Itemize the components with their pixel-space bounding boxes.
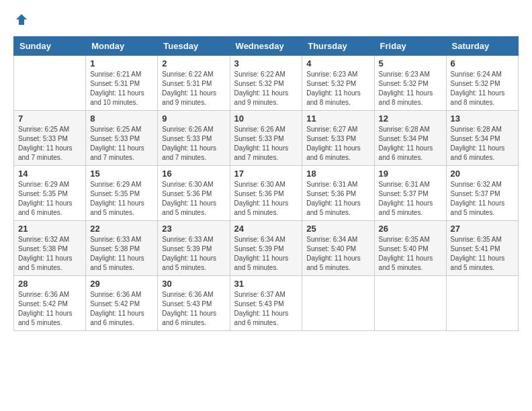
calendar-cell: 1Sunrise: 6:21 AM Sunset: 5:31 PM Daylig… (86, 56, 158, 111)
day-info: Sunrise: 6:26 AM Sunset: 5:33 PM Dayligh… (162, 125, 225, 163)
calendar-cell: 28Sunrise: 6:36 AM Sunset: 5:42 PM Dayli… (14, 276, 86, 331)
day-info: Sunrise: 6:29 AM Sunset: 5:35 PM Dayligh… (18, 180, 81, 218)
day-number: 7 (18, 113, 81, 124)
day-info: Sunrise: 6:36 AM Sunset: 5:42 PM Dayligh… (18, 290, 81, 328)
calendar-cell: 4Sunrise: 6:23 AM Sunset: 5:32 PM Daylig… (302, 56, 374, 111)
day-info: Sunrise: 6:35 AM Sunset: 5:41 PM Dayligh… (451, 235, 514, 273)
calendar-cell: 30Sunrise: 6:36 AM Sunset: 5:43 PM Dayli… (158, 276, 230, 331)
day-info: Sunrise: 6:34 AM Sunset: 5:40 PM Dayligh… (306, 235, 369, 273)
logo (13, 13, 28, 30)
day-number: 23 (162, 224, 225, 234)
calendar-cell: 29Sunrise: 6:36 AM Sunset: 5:42 PM Dayli… (86, 276, 158, 331)
calendar-cell: 14Sunrise: 6:29 AM Sunset: 5:35 PM Dayli… (14, 166, 86, 221)
weekday-header-wednesday: Wednesday (230, 37, 302, 56)
day-number: 30 (162, 279, 225, 289)
calendar-cell: 12Sunrise: 6:28 AM Sunset: 5:34 PM Dayli… (374, 111, 446, 166)
weekday-header-friday: Friday (374, 37, 446, 56)
calendar-cell: 20Sunrise: 6:32 AM Sunset: 5:37 PM Dayli… (446, 166, 518, 221)
day-number: 31 (234, 279, 298, 289)
day-info: Sunrise: 6:22 AM Sunset: 5:32 PM Dayligh… (234, 70, 298, 107)
weekday-header-sunday: Sunday (14, 37, 86, 56)
calendar-cell: 21Sunrise: 6:32 AM Sunset: 5:38 PM Dayli… (14, 221, 86, 276)
calendar-cell: 9Sunrise: 6:26 AM Sunset: 5:33 PM Daylig… (158, 111, 230, 166)
day-info: Sunrise: 6:36 AM Sunset: 5:42 PM Dayligh… (90, 290, 153, 328)
calendar-week-row: 21Sunrise: 6:32 AM Sunset: 5:38 PM Dayli… (14, 221, 519, 276)
day-number: 13 (451, 113, 514, 124)
day-number: 24 (234, 224, 298, 234)
calendar-cell: 7Sunrise: 6:25 AM Sunset: 5:33 PM Daylig… (14, 111, 86, 166)
calendar-cell: 18Sunrise: 6:31 AM Sunset: 5:36 PM Dayli… (302, 166, 374, 221)
day-info: Sunrise: 6:23 AM Sunset: 5:32 PM Dayligh… (379, 70, 442, 107)
day-number: 15 (90, 169, 153, 179)
day-number: 4 (306, 58, 369, 68)
calendar-cell: 31Sunrise: 6:37 AM Sunset: 5:43 PM Dayli… (230, 276, 302, 331)
day-number: 5 (379, 58, 442, 68)
calendar-cell (14, 56, 86, 111)
day-number: 27 (451, 224, 514, 234)
calendar-cell: 2Sunrise: 6:22 AM Sunset: 5:31 PM Daylig… (158, 56, 230, 111)
calendar-cell: 15Sunrise: 6:29 AM Sunset: 5:35 PM Dayli… (86, 166, 158, 221)
calendar-cell: 25Sunrise: 6:34 AM Sunset: 5:40 PM Dayli… (302, 221, 374, 276)
calendar-cell (446, 276, 518, 331)
weekday-header-thursday: Thursday (302, 37, 374, 56)
day-number: 8 (90, 113, 153, 124)
day-number: 18 (306, 169, 369, 179)
day-number: 3 (234, 58, 298, 68)
day-info: Sunrise: 6:25 AM Sunset: 5:33 PM Dayligh… (18, 125, 81, 163)
day-number: 16 (162, 169, 225, 179)
calendar-cell: 10Sunrise: 6:26 AM Sunset: 5:33 PM Dayli… (230, 111, 302, 166)
day-number: 22 (90, 224, 153, 234)
day-info: Sunrise: 6:29 AM Sunset: 5:35 PM Dayligh… (90, 180, 153, 218)
calendar-cell: 5Sunrise: 6:23 AM Sunset: 5:32 PM Daylig… (374, 56, 446, 111)
weekday-header-tuesday: Tuesday (158, 37, 230, 56)
calendar-week-row: 28Sunrise: 6:36 AM Sunset: 5:42 PM Dayli… (14, 276, 519, 331)
day-info: Sunrise: 6:32 AM Sunset: 5:37 PM Dayligh… (451, 180, 514, 218)
calendar-cell: 19Sunrise: 6:31 AM Sunset: 5:37 PM Dayli… (374, 166, 446, 221)
logo-icon (15, 13, 28, 26)
calendar-cell: 27Sunrise: 6:35 AM Sunset: 5:41 PM Dayli… (446, 221, 518, 276)
calendar-cell: 3Sunrise: 6:22 AM Sunset: 5:32 PM Daylig… (230, 56, 302, 111)
day-info: Sunrise: 6:23 AM Sunset: 5:32 PM Dayligh… (306, 70, 369, 107)
day-number: 1 (90, 58, 153, 68)
day-number: 10 (234, 113, 298, 124)
day-info: Sunrise: 6:33 AM Sunset: 5:39 PM Dayligh… (162, 235, 225, 273)
calendar-cell: 11Sunrise: 6:27 AM Sunset: 5:33 PM Dayli… (302, 111, 374, 166)
day-info: Sunrise: 6:35 AM Sunset: 5:40 PM Dayligh… (379, 235, 442, 273)
calendar-week-row: 7Sunrise: 6:25 AM Sunset: 5:33 PM Daylig… (14, 111, 519, 166)
day-info: Sunrise: 6:30 AM Sunset: 5:36 PM Dayligh… (162, 180, 225, 218)
day-info: Sunrise: 6:31 AM Sunset: 5:36 PM Dayligh… (306, 180, 369, 218)
day-info: Sunrise: 6:28 AM Sunset: 5:34 PM Dayligh… (451, 125, 514, 163)
day-number: 20 (451, 169, 514, 179)
day-info: Sunrise: 6:37 AM Sunset: 5:43 PM Dayligh… (234, 290, 298, 328)
day-info: Sunrise: 6:25 AM Sunset: 5:33 PM Dayligh… (90, 125, 153, 163)
day-number: 19 (379, 169, 442, 179)
calendar-cell: 16Sunrise: 6:30 AM Sunset: 5:36 PM Dayli… (158, 166, 230, 221)
calendar-cell: 24Sunrise: 6:34 AM Sunset: 5:39 PM Dayli… (230, 221, 302, 276)
calendar-week-row: 1Sunrise: 6:21 AM Sunset: 5:31 PM Daylig… (14, 56, 519, 111)
day-number: 26 (379, 224, 442, 234)
day-number: 12 (379, 113, 442, 124)
weekday-header-saturday: Saturday (446, 37, 518, 56)
weekday-header-monday: Monday (86, 37, 158, 56)
page-header (13, 13, 519, 30)
calendar-cell: 13Sunrise: 6:28 AM Sunset: 5:34 PM Dayli… (446, 111, 518, 166)
calendar-cell: 22Sunrise: 6:33 AM Sunset: 5:38 PM Dayli… (86, 221, 158, 276)
calendar-cell: 6Sunrise: 6:24 AM Sunset: 5:32 PM Daylig… (446, 56, 518, 111)
calendar-cell: 8Sunrise: 6:25 AM Sunset: 5:33 PM Daylig… (86, 111, 158, 166)
day-info: Sunrise: 6:30 AM Sunset: 5:36 PM Dayligh… (234, 180, 298, 218)
day-number: 2 (162, 58, 225, 68)
calendar-cell (374, 276, 446, 331)
day-number: 28 (18, 279, 81, 289)
calendar-cell: 26Sunrise: 6:35 AM Sunset: 5:40 PM Dayli… (374, 221, 446, 276)
day-number: 14 (18, 169, 81, 179)
day-info: Sunrise: 6:21 AM Sunset: 5:31 PM Dayligh… (90, 70, 153, 107)
calendar-cell (302, 276, 374, 331)
day-info: Sunrise: 6:27 AM Sunset: 5:33 PM Dayligh… (306, 125, 369, 163)
calendar-week-row: 14Sunrise: 6:29 AM Sunset: 5:35 PM Dayli… (14, 166, 519, 221)
day-number: 6 (451, 58, 514, 68)
calendar-cell: 23Sunrise: 6:33 AM Sunset: 5:39 PM Dayli… (158, 221, 230, 276)
day-info: Sunrise: 6:36 AM Sunset: 5:43 PM Dayligh… (162, 290, 225, 328)
day-number: 17 (234, 169, 298, 179)
svg-marker-0 (16, 14, 27, 25)
day-number: 25 (306, 224, 369, 234)
